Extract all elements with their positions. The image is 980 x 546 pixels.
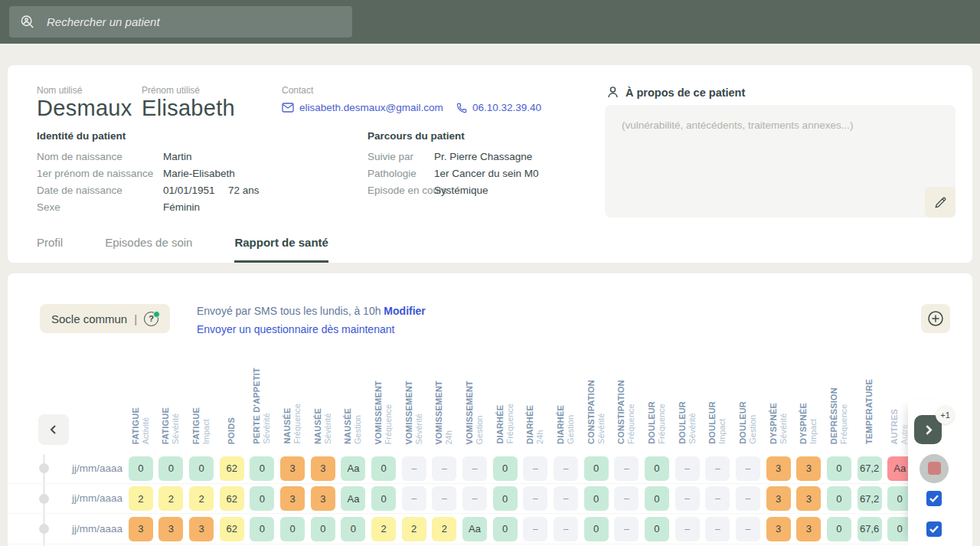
symptom-cell[interactable]: 3 bbox=[766, 456, 791, 481]
row-date[interactable]: jj/mm/aaaa bbox=[46, 514, 122, 544]
symptom-cell[interactable]: – bbox=[675, 456, 700, 481]
symptom-cell[interactable]: – bbox=[432, 456, 456, 481]
symptom-cell[interactable]: – bbox=[614, 456, 639, 481]
symptom-cell[interactable]: 0 bbox=[827, 517, 851, 541]
symptom-cell[interactable]: 2 bbox=[158, 486, 183, 511]
symptom-cell[interactable]: 3 bbox=[280, 486, 305, 511]
socle-commun-button[interactable]: Socle commun | ? bbox=[40, 304, 170, 333]
patient-email[interactable]: elisabeth.desmaux@gmail.com bbox=[282, 102, 443, 113]
symptom-cell[interactable]: 0 bbox=[493, 486, 518, 511]
symptom-cell[interactable]: 0 bbox=[129, 456, 153, 481]
symptom-cell[interactable]: 0 bbox=[189, 456, 214, 481]
symptom-cell[interactable]: 0 bbox=[158, 456, 183, 481]
symptom-cell[interactable]: 0 bbox=[827, 456, 851, 481]
symptom-cell[interactable]: 0 bbox=[584, 517, 609, 541]
symptom-cell[interactable]: 0 bbox=[827, 486, 851, 511]
tab-episodes-de-soin[interactable]: Episodes de soin bbox=[105, 236, 192, 263]
symptom-cell[interactable]: – bbox=[523, 456, 547, 481]
symptom-cell[interactable]: – bbox=[675, 517, 700, 541]
row-date[interactable]: jj/mm/aaaa bbox=[46, 484, 122, 514]
symptom-cell[interactable]: – bbox=[736, 486, 760, 511]
help-icon[interactable]: ? bbox=[144, 312, 158, 326]
symptom-cell[interactable]: 2 bbox=[129, 486, 153, 511]
tab-rapport-de-sante[interactable]: Rapport de santé bbox=[234, 236, 328, 263]
symptom-cell[interactable]: – bbox=[614, 517, 639, 541]
symptom-cell[interactable]: – bbox=[554, 486, 578, 511]
symptom-cell[interactable]: – bbox=[614, 486, 639, 511]
symptom-cell[interactable]: 0 bbox=[584, 486, 609, 511]
about-patient-textarea[interactable] bbox=[605, 105, 956, 217]
symptom-cell[interactable]: Aa bbox=[462, 517, 487, 541]
row-checkbox[interactable] bbox=[926, 491, 942, 506]
symptom-cell[interactable]: – bbox=[705, 456, 730, 481]
symptom-cell[interactable]: 62 bbox=[220, 517, 244, 541]
patient-search[interactable] bbox=[9, 6, 352, 38]
symptom-cell[interactable]: 0 bbox=[371, 486, 396, 511]
row-selection-indicator[interactable] bbox=[920, 454, 949, 483]
symptom-cell[interactable]: 3 bbox=[129, 517, 153, 541]
symptom-cell[interactable]: 2 bbox=[402, 517, 426, 541]
symptom-cell[interactable]: 0 bbox=[311, 517, 335, 541]
symptom-cell[interactable]: 3 bbox=[796, 517, 821, 541]
journey-row-value: Systémique bbox=[434, 185, 488, 196]
patient-phone[interactable]: 06.10.32.39.40 bbox=[456, 102, 541, 113]
symptom-cell[interactable]: 0 bbox=[493, 517, 518, 541]
symptom-cell[interactable]: 0 bbox=[493, 456, 518, 481]
symptom-cell[interactable]: 3 bbox=[189, 517, 214, 541]
symptom-cell[interactable]: 0 bbox=[371, 456, 396, 481]
table-prev-button[interactable] bbox=[38, 414, 69, 445]
row-date[interactable]: jj/mm/aaaa bbox=[46, 453, 122, 483]
symptom-cell[interactable]: 3 bbox=[158, 517, 183, 541]
symptom-cell[interactable]: 67,2 bbox=[858, 486, 882, 511]
symptom-cell[interactable]: – bbox=[705, 517, 730, 541]
symptom-cell[interactable]: 67,2 bbox=[858, 456, 882, 481]
symptom-cell[interactable]: 0 bbox=[645, 486, 669, 511]
symptom-cell[interactable]: – bbox=[675, 486, 700, 511]
symptom-cell[interactable]: – bbox=[705, 486, 730, 511]
symptom-cell[interactable]: 62 bbox=[220, 456, 244, 481]
symptom-cell[interactable]: – bbox=[402, 486, 426, 511]
symptom-cell[interactable]: 0 bbox=[250, 486, 274, 511]
symptom-cell[interactable]: 0 bbox=[645, 456, 669, 481]
symptom-cell[interactable]: 3 bbox=[796, 456, 821, 481]
symptom-cell[interactable]: 0 bbox=[341, 517, 365, 541]
symptom-cell[interactable]: 3 bbox=[280, 456, 305, 481]
cell-wrapper: 3 bbox=[763, 517, 794, 541]
symptom-cell[interactable]: 0 bbox=[645, 517, 669, 541]
symptom-cell[interactable]: – bbox=[523, 517, 547, 541]
symptom-cell[interactable]: 2 bbox=[189, 486, 214, 511]
symptom-cell[interactable]: 62 bbox=[220, 486, 244, 511]
edit-about-button[interactable] bbox=[925, 187, 956, 217]
symptom-cell[interactable]: 2 bbox=[432, 517, 456, 541]
symptom-cell[interactable]: 3 bbox=[311, 456, 335, 481]
send-questionnaire-link[interactable]: Envoyer un questionnaire dès maintenant bbox=[197, 320, 426, 338]
symptom-cell[interactable]: 0 bbox=[584, 456, 609, 481]
cell-wrapper: 0 bbox=[247, 486, 278, 511]
row-checkbox[interactable] bbox=[926, 521, 942, 537]
symptom-cell[interactable]: 0 bbox=[280, 517, 305, 541]
symptom-cell[interactable]: 3 bbox=[311, 486, 335, 511]
identity-row-value: Marie-Elisabeth bbox=[163, 168, 235, 179]
symptom-cell[interactable]: – bbox=[736, 456, 760, 481]
symptom-cell[interactable]: 3 bbox=[766, 486, 791, 511]
tab-profil[interactable]: Profil bbox=[37, 236, 63, 263]
add-questionnaire-button[interactable] bbox=[921, 304, 950, 333]
symptom-cell[interactable]: Aa bbox=[341, 456, 365, 481]
symptom-cell[interactable]: – bbox=[462, 486, 487, 511]
symptom-cell[interactable]: – bbox=[462, 456, 487, 481]
symptom-cell[interactable]: – bbox=[402, 456, 426, 481]
modify-schedule-link[interactable]: Modifier bbox=[384, 305, 425, 317]
symptom-cell[interactable]: 0 bbox=[250, 456, 274, 481]
symptom-cell[interactable]: 67,6 bbox=[858, 517, 882, 541]
symptom-cell[interactable]: 3 bbox=[796, 486, 821, 511]
symptom-cell[interactable]: 2 bbox=[371, 517, 396, 541]
symptom-cell[interactable]: 0 bbox=[250, 517, 274, 541]
symptom-cell[interactable]: – bbox=[554, 517, 578, 541]
symptom-cell[interactable]: 3 bbox=[766, 517, 791, 541]
symptom-cell[interactable]: Aa bbox=[341, 486, 365, 511]
search-input[interactable] bbox=[35, 15, 352, 28]
symptom-cell[interactable]: – bbox=[554, 456, 578, 481]
symptom-cell[interactable]: – bbox=[523, 486, 547, 511]
symptom-cell[interactable]: – bbox=[736, 517, 760, 541]
symptom-cell[interactable]: – bbox=[432, 486, 456, 511]
